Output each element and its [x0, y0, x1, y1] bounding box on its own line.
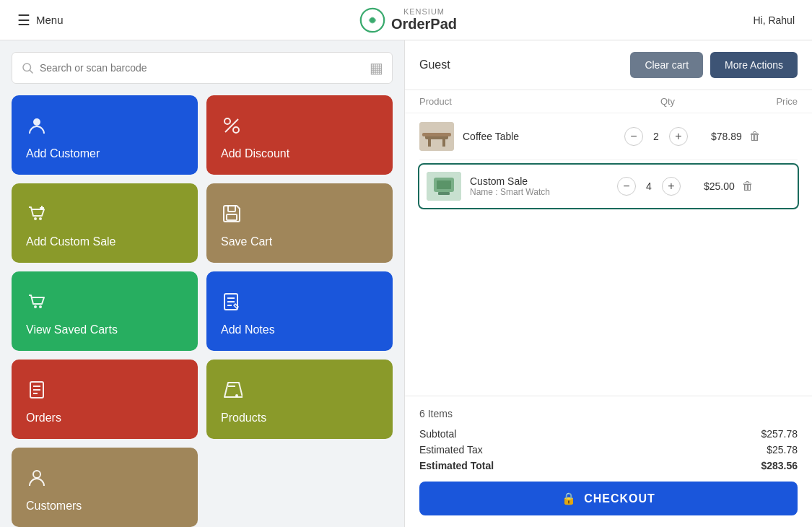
logo-text: KENSIUM OrderPad	[391, 7, 457, 32]
svg-rect-23	[442, 139, 445, 147]
custom-sale-image	[427, 172, 461, 201]
app-logo: KENSIUM OrderPad	[359, 7, 457, 33]
tile-add-notes-label: Add Notes	[221, 323, 378, 336]
svg-point-5	[224, 118, 230, 124]
tile-add-customer-label: Add Customer	[26, 147, 183, 160]
qty-increase-coffee-table[interactable]: +	[669, 127, 688, 146]
left-panel: ▦ Add Customer Add Discount	[0, 40, 404, 527]
checkout-label: CHECKOUT	[584, 492, 655, 505]
price-col-coffee-table: $78.89 🗑	[711, 130, 798, 143]
product-sub-custom-sale: Name : Smart Watch	[470, 187, 550, 197]
svg-rect-12	[228, 206, 235, 212]
hamburger-icon: ☰	[17, 12, 30, 29]
svg-rect-22	[428, 139, 431, 147]
col-product: Product	[419, 96, 624, 107]
product-info-coffee-table: Coffee Table	[419, 122, 624, 151]
qty-coffee-table: 2	[649, 131, 663, 142]
subtotal-label: Subtotal	[419, 428, 456, 440]
main-content: ▦ Add Customer Add Discount	[0, 40, 812, 527]
lock-icon: 🔒	[562, 492, 577, 505]
cart-item-custom-sale: Custom Sale Name : Smart Watch − 4 + $25…	[418, 163, 799, 209]
tax-label: Estimated Tax	[419, 444, 483, 456]
delete-coffee-table[interactable]: 🗑	[749, 130, 761, 143]
menu-label: Menu	[36, 14, 64, 26]
tile-add-discount[interactable]: Add Discount	[206, 95, 393, 175]
svg-rect-24	[422, 133, 451, 136]
qty-increase-custom-sale[interactable]: +	[662, 177, 681, 196]
total-value: $283.56	[761, 460, 798, 471]
product-info-custom-sale: Custom Sale Name : Smart Watch	[427, 172, 617, 201]
cart-panel: Guest Clear cart More Actions Product Qt…	[404, 40, 812, 527]
cart-items-list: Coffee Table − 2 + $78.89 🗑	[405, 113, 812, 396]
clear-cart-button[interactable]: Clear cart	[630, 52, 703, 78]
tile-save-cart-label: Save Cart	[221, 235, 378, 248]
tile-add-custom-sale-label: Add Custom Sale	[26, 235, 183, 248]
tile-customers[interactable]: Customers	[12, 448, 198, 527]
cart-footer: 6 Items Subtotal $257.78 Estimated Tax $…	[405, 396, 812, 527]
logo-icon	[359, 7, 385, 33]
product-details-coffee-table: Coffee Table	[463, 131, 519, 142]
qty-decrease-coffee-table[interactable]: −	[624, 127, 643, 146]
qty-custom-sale: 4	[642, 180, 656, 192]
cart-header: Guest Clear cart More Actions	[405, 40, 812, 90]
price-coffee-table: $78.89	[711, 131, 742, 142]
search-icon	[21, 61, 34, 74]
product-thumb-coffee-table	[419, 122, 454, 151]
svg-point-19	[33, 471, 40, 478]
subtotal-value: $257.78	[761, 428, 798, 440]
tile-save-cart[interactable]: Save Cart	[206, 183, 393, 263]
tile-products[interactable]: Products	[206, 360, 393, 439]
price-custom-sale: $25.00	[704, 180, 735, 192]
product-details-custom-sale: Custom Sale Name : Smart Watch	[470, 175, 550, 197]
qty-control-custom-sale: − 4 +	[617, 177, 704, 196]
notes-icon	[221, 291, 378, 318]
total-label: Estimated Total	[419, 460, 494, 471]
guest-label: Guest	[419, 58, 450, 71]
coffee-table-image	[419, 122, 454, 151]
product-thumb-custom-sale	[427, 172, 461, 201]
action-grid: Add Customer Add Discount	[12, 95, 393, 527]
col-price: Price	[711, 96, 798, 107]
tile-add-customer[interactable]: Add Customer	[12, 95, 198, 175]
svg-point-6	[233, 127, 239, 133]
tile-view-saved-carts[interactable]: View Saved Carts	[12, 271, 198, 351]
col-qty: Qty	[624, 96, 711, 107]
svg-point-14	[34, 305, 37, 308]
tile-customers-label: Customers	[26, 500, 183, 513]
app-header: ☰ Menu KENSIUM OrderPad Hi, Rahul	[0, 0, 812, 40]
svg-rect-28	[438, 192, 450, 195]
subtotal-row: Subtotal $257.78	[419, 428, 798, 440]
cart-table-header: Product Qty Price	[405, 90, 812, 113]
product-name-coffee-table: Coffee Table	[463, 131, 519, 142]
svg-point-4	[33, 118, 40, 126]
tile-orders[interactable]: Orders	[12, 360, 198, 439]
tile-add-discount-label: Add Discount	[221, 147, 378, 160]
qty-control-coffee-table: − 2 +	[624, 127, 711, 146]
svg-point-2	[23, 64, 31, 71]
product-name-custom-sale: Custom Sale	[470, 175, 550, 187]
view-cart-icon	[26, 291, 183, 318]
menu-button[interactable]: ☰ Menu	[17, 12, 64, 29]
svg-point-1	[370, 17, 375, 22]
svg-point-18	[235, 394, 238, 397]
checkout-button[interactable]: 🔒 CHECKOUT	[419, 482, 798, 515]
tile-add-custom-sale[interactable]: Add Custom Sale	[12, 183, 198, 263]
products-icon	[221, 379, 378, 406]
save-cart-icon	[221, 203, 378, 230]
tile-orders-label: Orders	[26, 411, 183, 424]
app-name: OrderPad	[391, 16, 457, 32]
tile-add-notes[interactable]: Add Notes	[206, 271, 393, 351]
svg-point-8	[34, 217, 37, 220]
svg-line-7	[225, 119, 238, 132]
items-count: 6 Items	[419, 408, 798, 419]
tile-products-label: Products	[221, 411, 378, 424]
delete-custom-sale[interactable]: 🗑	[742, 180, 754, 193]
qty-decrease-custom-sale[interactable]: −	[617, 177, 636, 196]
tile-view-saved-carts-label: View Saved Carts	[26, 323, 183, 336]
more-actions-button[interactable]: More Actions	[710, 52, 798, 78]
search-input[interactable]	[40, 62, 364, 74]
search-bar: ▦	[12, 52, 393, 84]
user-greeting: Hi, Rahul	[753, 14, 795, 26]
svg-rect-13	[227, 214, 237, 220]
percent-icon	[221, 115, 378, 141]
